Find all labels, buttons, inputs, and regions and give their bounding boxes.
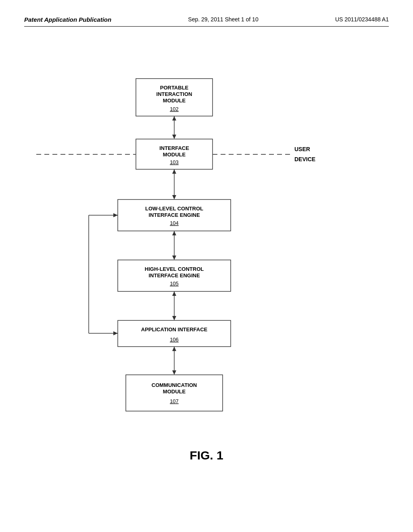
svg-marker-25 bbox=[172, 231, 176, 235]
svg-rect-33 bbox=[118, 320, 231, 347]
svg-text:104: 104 bbox=[170, 220, 179, 226]
svg-marker-15 bbox=[172, 195, 176, 200]
box-103: INTERFACE MODULE 103 bbox=[136, 139, 213, 169]
diagram-svg: PORTABLE INTERACTION MODULE 102 INTERFAC… bbox=[0, 0, 413, 532]
svg-text:APPLICATION INTERFACE: APPLICATION INTERFACE bbox=[141, 326, 208, 332]
svg-marker-16 bbox=[172, 169, 176, 174]
svg-marker-22 bbox=[113, 213, 118, 217]
arrow-103-104 bbox=[172, 169, 176, 200]
bracket-arrow-104 bbox=[89, 213, 118, 217]
svg-marker-7 bbox=[172, 116, 176, 121]
box-107: COMMUNICATION MODULE 107 bbox=[126, 375, 223, 411]
arrow-104-105 bbox=[172, 231, 176, 260]
svg-marker-31 bbox=[172, 316, 176, 320]
svg-text:105: 105 bbox=[170, 281, 179, 287]
svg-text:PORTABLE: PORTABLE bbox=[160, 85, 189, 91]
svg-marker-41 bbox=[172, 347, 176, 351]
svg-text:COMMUNICATION: COMMUNICATION bbox=[152, 382, 197, 388]
page: Patent Application Publication Sep. 29, … bbox=[0, 0, 413, 532]
box-104: LOW-LEVEL CONTROL INTERFACE ENGINE 104 bbox=[118, 200, 231, 231]
svg-marker-40 bbox=[172, 370, 176, 375]
fig-caption: FIG. 1 bbox=[190, 449, 223, 462]
svg-text:INTERACTION: INTERACTION bbox=[156, 91, 192, 97]
user-label: USER bbox=[294, 146, 310, 152]
svg-text:HIGH-LEVEL CONTROL: HIGH-LEVEL CONTROL bbox=[145, 266, 204, 272]
svg-text:MODULE: MODULE bbox=[163, 389, 186, 395]
svg-text:LOW-LEVEL CONTROL: LOW-LEVEL CONTROL bbox=[145, 206, 203, 212]
svg-text:103: 103 bbox=[170, 159, 179, 165]
svg-text:INTERFACE ENGINE: INTERFACE ENGINE bbox=[148, 272, 200, 278]
svg-text:102: 102 bbox=[170, 106, 179, 112]
svg-marker-32 bbox=[172, 291, 176, 296]
device-label: DEVICE bbox=[294, 156, 315, 162]
svg-text:MODULE: MODULE bbox=[163, 98, 186, 104]
box-106: APPLICATION INTERFACE 106 bbox=[118, 320, 231, 347]
box-102: PORTABLE INTERACTION MODULE 102 bbox=[136, 79, 213, 116]
box-105: HIGH-LEVEL CONTROL INTERFACE ENGINE 105 bbox=[118, 260, 231, 291]
svg-text:MODULE: MODULE bbox=[163, 152, 186, 158]
arrow-102-103 bbox=[172, 116, 176, 139]
svg-text:INTERFACE ENGINE: INTERFACE ENGINE bbox=[148, 212, 200, 218]
svg-text:107: 107 bbox=[170, 398, 179, 404]
svg-marker-37 bbox=[113, 331, 118, 335]
svg-marker-24 bbox=[172, 256, 176, 260]
svg-marker-6 bbox=[172, 135, 176, 139]
arrow-106-107 bbox=[172, 347, 176, 375]
arrow-105-106 bbox=[172, 291, 176, 320]
bracket-arrow-106 bbox=[89, 331, 118, 335]
svg-text:INTERFACE: INTERFACE bbox=[159, 145, 189, 151]
svg-text:106: 106 bbox=[170, 337, 179, 343]
